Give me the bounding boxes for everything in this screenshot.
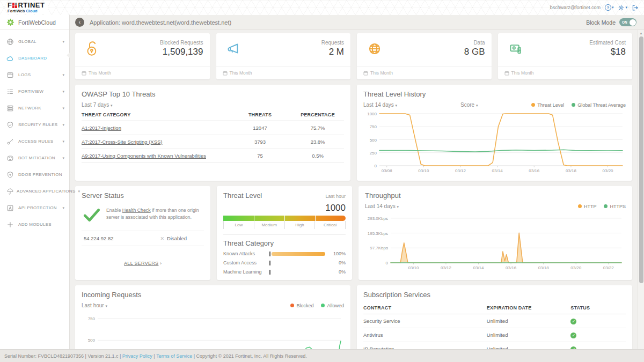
gauge-labels: Low Medium High Critical <box>223 221 346 229</box>
throughput-chart: 097.7Kbps195.3Kbps293.0Kbps03/1003/1203/… <box>365 212 626 274</box>
health-check-link[interactable]: Health Check <box>122 208 151 213</box>
card-label: Estimated Cost <box>589 40 626 46</box>
threat-history-period-filter[interactable]: Last 14 days ▾ <box>363 102 397 108</box>
sidebar-item-api-protection[interactable]: API PROTECTION▾ <box>0 200 69 216</box>
privacy-policy-link[interactable]: Privacy Policy <box>122 353 152 359</box>
chevron-down-icon: ▾ <box>62 206 64 210</box>
chevron-down-icon: ▾ <box>62 73 64 77</box>
sidebar-item-advanced-applications[interactable]: ADVANCED APPLICATIONS▾ <box>0 183 69 200</box>
server-ip: 54.224.92.82 <box>84 235 113 241</box>
threats-count: 3793 <box>229 135 291 149</box>
top-bar: FRTINET FortiWeb Cloud bschwarz@fortinet… <box>0 0 644 15</box>
chevron-down-icon: ▾ <box>62 156 64 160</box>
sidebar-item-global[interactable]: GLOBAL▾ <box>0 33 69 50</box>
owasp-period-filter[interactable]: Last 7 days ▾ <box>82 102 112 108</box>
svg-text:03/08: 03/08 <box>382 168 393 173</box>
card-period: This Month <box>370 70 393 76</box>
sidebar-item-fortiview[interactable]: FORTIVIEW▾ <box>0 83 69 100</box>
check-circle-icon: ✓ <box>570 319 576 324</box>
chevron-down-icon: ▾ <box>476 104 478 107</box>
blocked-requests-card: Blocked Requests 1,509,139 This Month <box>75 33 210 79</box>
data-card: Data 8 GB This Month <box>357 33 492 79</box>
legend-allowed: Allowed <box>321 303 344 308</box>
incoming-period-filter[interactable]: Last hour ▾ <box>82 302 107 308</box>
sidebar-nav: GLOBAL▾ DASHBOARD LOGS▾ FORTIVIEW▾ NETWO… <box>0 30 69 233</box>
sidebar-item-network[interactable]: NETWORK▾ <box>0 100 69 116</box>
sidebar-item-add-modules[interactable]: ADD MODULES <box>0 216 69 233</box>
threats-count: 75 <box>229 149 291 163</box>
svg-text:0: 0 <box>386 261 389 265</box>
legend-dot <box>290 304 294 307</box>
legend-global-threat-average: Global Threat Average <box>572 102 626 108</box>
stat-cards-row: Blocked Requests 1,509,139 This Month <box>75 33 632 79</box>
health-check-note: Enable Health Check if more than one ori… <box>106 207 203 223</box>
back-button[interactable]: ‹ <box>75 18 84 27</box>
apps-menu[interactable]: ▾ <box>618 4 627 11</box>
api-icon <box>6 204 14 212</box>
svg-text:03/22: 03/22 <box>603 265 614 270</box>
terms-of-service-link[interactable]: Terms of Service <box>156 353 192 359</box>
panel-title: Subscription Services <box>363 291 626 299</box>
dashboard-content: Blocked Requests 1,509,139 This Month <box>70 30 644 362</box>
chevron-down-icon: ▾ <box>612 5 614 10</box>
sidebar-item-security-rules[interactable]: SECURITY RULES▾ <box>0 116 69 133</box>
svg-text:500: 500 <box>88 338 96 343</box>
svg-text:03/20: 03/20 <box>603 168 614 173</box>
legend-dot <box>604 204 608 208</box>
svg-text:03/14: 03/14 <box>473 265 485 270</box>
block-mode-toggle[interactable]: ON <box>619 18 636 26</box>
threat-category-link[interactable]: A9:2017-Using Components with Known Vuln… <box>82 153 206 159</box>
logout-icon <box>632 4 639 11</box>
requests-card: Requests 2 M This Month <box>216 33 351 79</box>
fortiwebcloud-app: FRTINET FortiWeb Cloud bschwarz@fortinet… <box>0 0 644 362</box>
card-period: This Month <box>230 70 252 76</box>
table-row: A9:2017-Using Components with Known Vuln… <box>82 149 344 163</box>
globe-icon <box>6 38 14 46</box>
chevron-down-icon: ▾ <box>396 104 398 107</box>
sidebar-item-bot-mitigation[interactable]: BOT MITIGATION▾ <box>0 150 69 166</box>
scrollbar-thumb[interactable] <box>639 36 643 283</box>
throughput-period-filter[interactable]: Last 14 days ▾ <box>365 203 399 209</box>
estimated-cost-card: Estimated Cost $18 This Month <box>498 33 633 79</box>
cloud-icon <box>6 55 14 62</box>
svg-text:03/16: 03/16 <box>506 265 517 270</box>
help-menu[interactable]: ?▾ <box>605 4 614 11</box>
scrollbar-up-arrow[interactable]: ▲ <box>638 30 644 36</box>
logo-text-rest: RTINET <box>18 2 45 9</box>
copyright: Copyright © 2021 Fortinet, Inc. All Righ… <box>196 353 307 359</box>
threat-category-title: Threat Category <box>223 239 346 247</box>
legend-dot <box>578 204 582 208</box>
svg-text:03/18: 03/18 <box>566 168 577 173</box>
column-header: THREATS <box>229 108 291 121</box>
logout-button[interactable] <box>632 4 639 11</box>
all-servers-link[interactable]: ALL SERVERS <box>124 261 158 266</box>
threat-history-score-filter[interactable]: Score ▾ <box>460 102 478 108</box>
table-row: A1:2017-Injection 12047 75.7% <box>82 121 344 135</box>
threat-category-link[interactable]: A7:2017-Cross-Site Scripting (XSS) <box>82 139 162 145</box>
category-row: Machine Learning 0% <box>223 269 346 275</box>
chevron-down-icon: ▾ <box>111 104 113 107</box>
sidebar-item-dashboard[interactable]: DASHBOARD <box>0 50 69 67</box>
chevron-down-icon: ▾ <box>78 189 80 194</box>
gauge-label-high: High <box>284 221 315 229</box>
category-row: Known Attacks 100% <box>223 251 346 256</box>
calendar-icon <box>82 71 86 76</box>
category-row: Custom Access 0% <box>223 260 346 265</box>
card-period: This Month <box>511 70 534 76</box>
legend-dot <box>321 304 325 307</box>
panel-title: Server Status <box>82 191 204 200</box>
threat-category-link[interactable]: A1:2017-Injection <box>82 125 121 131</box>
sidebar-item-access-rules[interactable]: ACCESS RULES▾ <box>0 133 69 150</box>
sidebar-item-logs[interactable]: LOGS▾ <box>0 67 69 83</box>
panel-title: Threat Level <box>223 191 262 200</box>
sidebar-item-ddos-prevention[interactable]: DDOS PREVENTION <box>0 166 69 183</box>
server-row: 54.224.92.82 ✕Disabled <box>82 231 204 246</box>
close-icon[interactable]: ✕ <box>160 236 164 241</box>
chevron-down-icon: ▾ <box>62 106 64 110</box>
logo-cloud: Cloud <box>26 9 37 13</box>
check-circle-icon: ✓ <box>570 333 576 338</box>
column-header: STATUS <box>570 301 626 314</box>
threat-percentage: 75.7% <box>291 121 344 135</box>
calendar-icon <box>223 71 228 76</box>
chevron-down-icon: ▾ <box>62 139 64 144</box>
